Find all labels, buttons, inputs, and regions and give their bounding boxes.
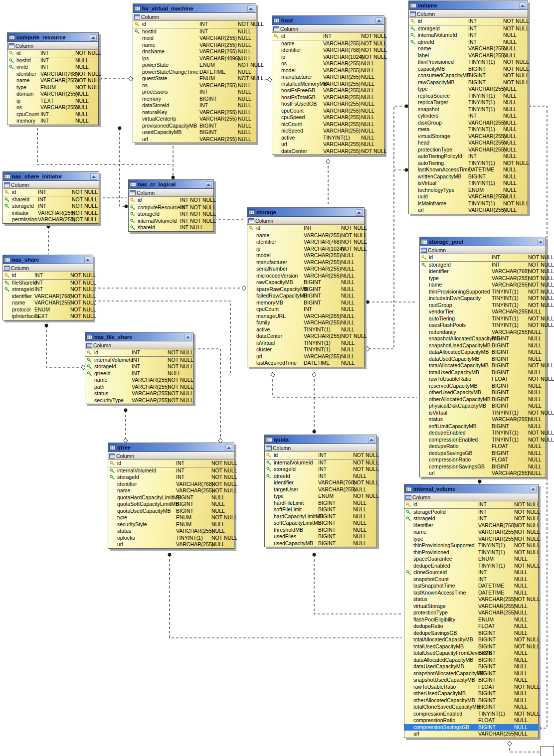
column-row-name[interactable]: nameVARCHAR(255)NOT NULL [7,77,98,84]
column-row-name[interactable]: nameVARCHAR(255)NOT NULL [404,529,538,536]
column-row-id[interactable]: idINTNOT NULL [404,501,538,509]
column-row-processors[interactable]: processorsINTNULL [133,89,256,96]
entity-table-compute_resource[interactable]: compute_resourceColumnidINTNOT NULLhostI… [7,32,99,125]
column-row-identifier[interactable]: identifierVARCHAR(768)NOT NULL [108,481,234,488]
collapse-triangle-icon[interactable] [519,2,526,9]
entity-header[interactable]: compute_resource [7,33,98,42]
column-row-isVirtual[interactable]: isVirtualTINYINT(1)NOT NULL [420,410,546,417]
column-row-powerState[interactable]: powerStateENUMNOT NULL [133,62,256,69]
column-row-dedupeRatio[interactable]: dedupeRatioFLOATNULL [420,443,546,450]
column-row-lastAcquiredTime[interactable]: lastAcquiredTimeDATETIMENULL [247,360,364,367]
column-row-protectionType[interactable]: protectionTypeVARCHAR(255)NULL [409,147,528,153]
column-row-failedRawCapacityMB[interactable]: failedRawCapacityMBBIGINTNULL [247,293,364,300]
column-row-cpuCount[interactable]: cpuCountINTNULL [7,111,98,118]
column-row-dedupeEnabled[interactable]: dedupeEnabledTINYINT(1)NOT NULL [404,563,538,570]
column-row-status[interactable]: statusVARCHAR(255)NOT NULL [404,596,538,603]
column-row-otherUsedCapacityMB[interactable]: otherUsedCapacityMBBIGINTNULL [420,389,546,396]
partial-entity-box[interactable] [540,746,554,756]
entity-header[interactable]: internal_volume [404,484,538,493]
column-row-manufacturer[interactable]: manufacturerVARCHAR(255)NULL [247,259,364,266]
collapse-triangle-icon[interactable] [225,445,232,451]
entity-header[interactable]: nas_share [3,255,93,264]
column-row-status[interactable]: statusVARCHAR(255)NULL [420,416,546,423]
column-row-id[interactable]: idINTNOT NULL [247,225,364,232]
column-row-memory[interactable]: memoryINTNULL [7,118,98,125]
column-row-meta[interactable]: metaTINYINT(1)NULL [409,126,528,133]
column-row-url[interactable]: urlVARCHAR(255)NULL [420,470,546,477]
column-row-internalVolumeId[interactable]: internalVolumeIdINTNOT NULL [129,218,213,225]
entity-table-storage[interactable]: storageColumnidINTNOT NULLnameVARCHAR(25… [247,207,365,367]
column-row-replicaSource[interactable]: replicaSourceTINYINT(1)NULL [409,93,528,100]
column-row-shareId[interactable]: shareIdINTNULL [129,224,213,231]
column-row-reservedCapacityMB[interactable]: reservedCapacityMBBIGINTNULL [420,383,546,390]
column-row-oplocks[interactable]: oplocksTINYINT(1)NOT NULL [108,535,234,542]
column-row-storageId[interactable]: storageIdINTNOT NULL [3,203,99,210]
column-row-name[interactable]: nameVARCHAR(255)NULL [409,45,528,52]
column-row-memory[interactable]: memoryBIGINTNULL [133,96,256,103]
entity-header[interactable]: volume [409,1,528,10]
column-row-dataCenter[interactable]: dataCenterVARCHAR(255)NOT NULL [247,333,364,340]
column-row-moid[interactable]: moidVARCHAR(255)NULL [133,35,256,42]
column-row-type[interactable]: typeENUMNOT NULL [7,84,98,91]
column-row-url[interactable]: urlVARCHAR(255)NULL [272,141,384,148]
column-row-type[interactable]: typeVARCHAR(255)NULL [409,86,528,93]
column-row-virtualStorage[interactable]: virtualStorageVARCHAR(255)NULL [404,603,538,610]
column-row-lastKnownAccessTime[interactable]: lastKnownAccessTimeDATETIMENULL [404,590,538,597]
column-row-storageId[interactable]: storageIdINTNOT NULL [108,474,234,481]
collapse-triangle-icon[interactable] [537,239,544,245]
column-row-hostFsFreeGB[interactable]: hostFsFreeGBVARCHAR(255)NULL [272,87,384,94]
entity-table-host[interactable]: hostColumnidINTNOT NULLnameVARCHAR(255)N… [272,15,384,155]
column-row-identifier[interactable]: identifierVARCHAR(768)NOT NULL [265,479,376,486]
column-row-totalUsedCapacityFromDeviceMB[interactable]: totalUsedCapacityFromDeviceMBBIGINTNULL [404,650,538,657]
column-row-os[interactable]: osVARCHAR(255)NULL [133,82,256,89]
column-row-rawToUsableRatio[interactable]: rawToUsableRatioFLOATNOT NULL [404,684,538,691]
column-row-cylinders[interactable]: cylindersINTNULL [409,113,528,120]
column-row-manageURL[interactable]: manageURLVARCHAR(255)NULL [247,313,364,320]
collapse-triangle-icon[interactable] [530,486,537,492]
column-row-internalVolumeId[interactable]: internalVolumeIdINTNOT NULL [265,459,376,466]
column-row-installedMemoryMB[interactable]: installedMemoryMBVARCHAR(255)NULL [272,81,384,88]
column-row-rawToUsableRatio[interactable]: rawToUsableRatioFLOATNOT NULL [420,376,546,383]
column-row-name[interactable]: nameVARCHAR(255)NOT NULL [247,232,364,239]
column-row-qtreeId[interactable]: qtreeIdINTNULL [265,473,376,480]
column-row-quotaSoftCapacityLimitMB[interactable]: quotaSoftCapacityLimitMBBIGINTNULL [108,501,234,508]
column-row-quotaHardCapacityLimitMB[interactable]: quotaHardCapacityLimitMBBIGINTNULL [108,494,234,501]
column-row-id[interactable]: idINTNOT NULL [108,460,234,467]
entity-table-hv_virtual_machine[interactable]: hv_virtual_machineColumnidINTNOT NULLhos… [133,3,256,143]
column-row-type[interactable]: typeVARCHAR(255)NOT NULL [420,275,546,282]
column-row-hostId[interactable]: hostIdINTNULL [133,28,256,35]
column-row-storageId[interactable]: storageIdINTNOT NULL [420,262,546,269]
column-row-guestState[interactable]: guestStateENUMNOT NULL [133,75,256,82]
column-row-snapshot[interactable]: snapshotTINYINT(1)NULL [409,106,528,113]
column-row-model[interactable]: modelVARCHAR(255)NULL [247,252,364,259]
column-row-storageId[interactable]: storageIdINTNOT NULL [129,211,213,218]
column-row-rawCapacityMB[interactable]: rawCapacityMBBIGINTNULL [247,279,364,286]
column-row-dataAllocatedCapacityMB[interactable]: dataAllocatedCapacityMBBIGINTNULL [404,657,538,664]
column-row-snapshotUsedCapacityMB[interactable]: snapshotUsedCapacityMBBIGINTNULL [404,677,538,684]
column-row-compressionEnabled[interactable]: compressionEnabledTINYINT(1)NOT NULL [420,437,546,444]
entity-table-nas_share_initiator[interactable]: nas_share_initiatorColumnidINTNOT NULLsh… [2,171,99,224]
column-row-hostId[interactable]: hostIdINTNULL [7,57,98,64]
column-row-head[interactable]: headVARCHAR(255)NULL [409,140,528,147]
entity-table-nas_share[interactable]: nas_shareColumnidINTNOT NULLfileShareIdI… [2,255,93,320]
entity-table-volume[interactable]: volumeColumnidINTNOT NULLstorageIdINTNOT… [408,0,528,214]
column-row-dedupeSavingsGB[interactable]: dedupeSavingsGBBIGINTNULL [404,630,538,637]
entity-header[interactable]: nas_share_initiator [3,172,99,181]
column-row-dedupeSavingsGB[interactable]: dedupeSavingsGBBIGINTNULL [420,450,546,457]
column-row-cloneSourceId[interactable]: cloneSourceIdINTNULL [404,569,538,576]
column-row-identifier[interactable]: identifierVARCHAR(768)NOT NULL [272,47,384,54]
column-row-manufacturer[interactable]: manufacturerVARCHAR(255)NULL [272,74,384,81]
column-row-raidGroup[interactable]: raidGroupTINYINT(1)NOT NULL [420,302,546,309]
column-row-os[interactable]: osVARCHAR(255)NULL [7,104,98,111]
column-row-ip[interactable]: ipTEXTNULL [7,98,98,105]
column-row-name[interactable]: nameVARCHAR(255)NOT NULL [108,487,234,494]
column-row-os[interactable]: osVARCHAR(255)NULL [272,60,384,67]
column-row-physicalDiskCapacityMB[interactable]: physicalDiskCapacityMBBIGINTNULL [420,403,546,410]
entity-table-internal_volume[interactable]: internal_volumeColumnidINTNOT NULLstorag… [404,484,539,738]
column-row-dataAllocatedCapacityMB[interactable]: dataAllocatedCapacityMBBIGINTNULL [420,349,546,356]
column-row-softFileLimit[interactable]: softFileLimitBIGINTNULL [265,506,376,513]
column-row-hostFsTotalGB[interactable]: hostFsTotalGBVARCHAR(255)NULL [272,94,384,101]
column-row-name[interactable]: nameVARCHAR(255)NOT NULL [85,377,193,384]
entity-header[interactable]: nas_file_share [85,332,193,341]
entity-table-qtree[interactable]: qtreeColumnidINTNOT NULLinternalVolumeId… [108,443,234,549]
